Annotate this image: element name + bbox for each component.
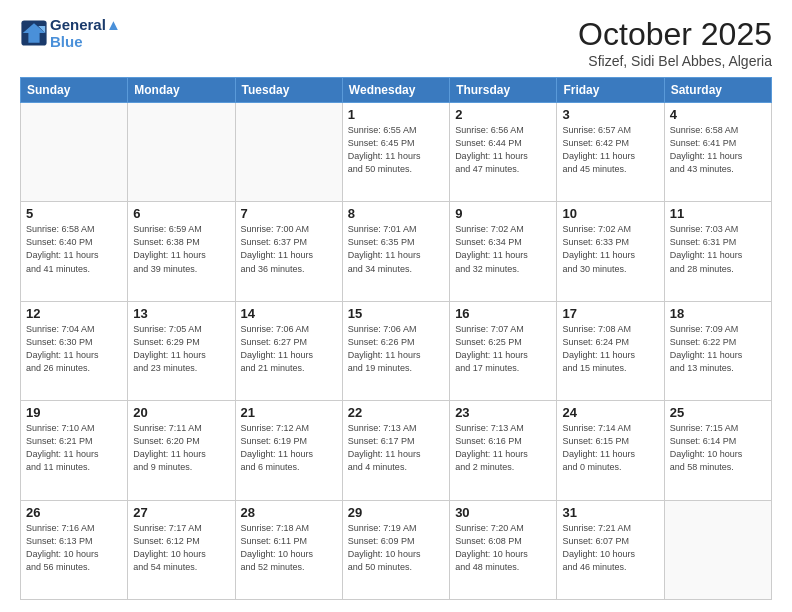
day-number: 11 <box>670 206 766 221</box>
day-number: 29 <box>348 505 444 520</box>
logo-text: General▲ Blue <box>50 16 121 50</box>
calendar-body: 1Sunrise: 6:55 AMSunset: 6:45 PMDaylight… <box>21 103 772 600</box>
day-cell: 9Sunrise: 7:02 AMSunset: 6:34 PMDaylight… <box>450 202 557 301</box>
day-number: 7 <box>241 206 337 221</box>
day-info: Sunrise: 7:11 AMSunset: 6:20 PMDaylight:… <box>133 422 229 474</box>
day-number: 13 <box>133 306 229 321</box>
calendar: SundayMondayTuesdayWednesdayThursdayFrid… <box>20 77 772 600</box>
day-info: Sunrise: 7:13 AMSunset: 6:16 PMDaylight:… <box>455 422 551 474</box>
day-number: 12 <box>26 306 122 321</box>
day-info: Sunrise: 6:55 AMSunset: 6:45 PMDaylight:… <box>348 124 444 176</box>
day-number: 16 <box>455 306 551 321</box>
day-cell <box>21 103 128 202</box>
day-number: 26 <box>26 505 122 520</box>
weekday-saturday: Saturday <box>664 78 771 103</box>
day-number: 4 <box>670 107 766 122</box>
day-cell: 30Sunrise: 7:20 AMSunset: 6:08 PMDayligh… <box>450 500 557 599</box>
day-number: 27 <box>133 505 229 520</box>
weekday-monday: Monday <box>128 78 235 103</box>
day-cell: 25Sunrise: 7:15 AMSunset: 6:14 PMDayligh… <box>664 401 771 500</box>
day-cell: 14Sunrise: 7:06 AMSunset: 6:27 PMDayligh… <box>235 301 342 400</box>
day-info: Sunrise: 6:59 AMSunset: 6:38 PMDaylight:… <box>133 223 229 275</box>
day-cell: 12Sunrise: 7:04 AMSunset: 6:30 PMDayligh… <box>21 301 128 400</box>
page: General▲ Blue October 2025 Sfizef, Sidi … <box>0 0 792 612</box>
day-number: 5 <box>26 206 122 221</box>
day-info: Sunrise: 7:03 AMSunset: 6:31 PMDaylight:… <box>670 223 766 275</box>
day-cell: 28Sunrise: 7:18 AMSunset: 6:11 PMDayligh… <box>235 500 342 599</box>
day-number: 9 <box>455 206 551 221</box>
day-cell <box>664 500 771 599</box>
weekday-sunday: Sunday <box>21 78 128 103</box>
day-number: 17 <box>562 306 658 321</box>
day-info: Sunrise: 7:14 AMSunset: 6:15 PMDaylight:… <box>562 422 658 474</box>
day-cell: 27Sunrise: 7:17 AMSunset: 6:12 PMDayligh… <box>128 500 235 599</box>
day-cell: 24Sunrise: 7:14 AMSunset: 6:15 PMDayligh… <box>557 401 664 500</box>
location: Sfizef, Sidi Bel Abbes, Algeria <box>578 53 772 69</box>
week-row-4: 26Sunrise: 7:16 AMSunset: 6:13 PMDayligh… <box>21 500 772 599</box>
day-number: 23 <box>455 405 551 420</box>
week-row-1: 5Sunrise: 6:58 AMSunset: 6:40 PMDaylight… <box>21 202 772 301</box>
day-number: 31 <box>562 505 658 520</box>
day-number: 19 <box>26 405 122 420</box>
day-number: 14 <box>241 306 337 321</box>
month-title: October 2025 <box>578 16 772 53</box>
day-cell: 19Sunrise: 7:10 AMSunset: 6:21 PMDayligh… <box>21 401 128 500</box>
day-cell: 16Sunrise: 7:07 AMSunset: 6:25 PMDayligh… <box>450 301 557 400</box>
day-number: 21 <box>241 405 337 420</box>
day-cell: 10Sunrise: 7:02 AMSunset: 6:33 PMDayligh… <box>557 202 664 301</box>
weekday-thursday: Thursday <box>450 78 557 103</box>
day-info: Sunrise: 7:13 AMSunset: 6:17 PMDaylight:… <box>348 422 444 474</box>
day-cell: 11Sunrise: 7:03 AMSunset: 6:31 PMDayligh… <box>664 202 771 301</box>
day-cell <box>128 103 235 202</box>
day-number: 24 <box>562 405 658 420</box>
day-info: Sunrise: 7:17 AMSunset: 6:12 PMDaylight:… <box>133 522 229 574</box>
day-info: Sunrise: 6:58 AMSunset: 6:40 PMDaylight:… <box>26 223 122 275</box>
weekday-header: SundayMondayTuesdayWednesdayThursdayFrid… <box>21 78 772 103</box>
day-cell: 15Sunrise: 7:06 AMSunset: 6:26 PMDayligh… <box>342 301 449 400</box>
day-info: Sunrise: 7:01 AMSunset: 6:35 PMDaylight:… <box>348 223 444 275</box>
day-info: Sunrise: 6:58 AMSunset: 6:41 PMDaylight:… <box>670 124 766 176</box>
day-number: 25 <box>670 405 766 420</box>
week-row-3: 19Sunrise: 7:10 AMSunset: 6:21 PMDayligh… <box>21 401 772 500</box>
header: General▲ Blue October 2025 Sfizef, Sidi … <box>20 16 772 69</box>
day-info: Sunrise: 7:06 AMSunset: 6:26 PMDaylight:… <box>348 323 444 375</box>
day-cell: 26Sunrise: 7:16 AMSunset: 6:13 PMDayligh… <box>21 500 128 599</box>
day-info: Sunrise: 7:12 AMSunset: 6:19 PMDaylight:… <box>241 422 337 474</box>
weekday-wednesday: Wednesday <box>342 78 449 103</box>
day-cell: 31Sunrise: 7:21 AMSunset: 6:07 PMDayligh… <box>557 500 664 599</box>
day-number: 1 <box>348 107 444 122</box>
day-info: Sunrise: 7:07 AMSunset: 6:25 PMDaylight:… <box>455 323 551 375</box>
day-info: Sunrise: 7:02 AMSunset: 6:34 PMDaylight:… <box>455 223 551 275</box>
logo-icon <box>20 19 48 47</box>
day-info: Sunrise: 6:57 AMSunset: 6:42 PMDaylight:… <box>562 124 658 176</box>
day-cell: 5Sunrise: 6:58 AMSunset: 6:40 PMDaylight… <box>21 202 128 301</box>
day-info: Sunrise: 7:00 AMSunset: 6:37 PMDaylight:… <box>241 223 337 275</box>
day-number: 28 <box>241 505 337 520</box>
day-number: 8 <box>348 206 444 221</box>
day-info: Sunrise: 7:15 AMSunset: 6:14 PMDaylight:… <box>670 422 766 474</box>
day-number: 18 <box>670 306 766 321</box>
day-info: Sunrise: 7:04 AMSunset: 6:30 PMDaylight:… <box>26 323 122 375</box>
day-info: Sunrise: 7:10 AMSunset: 6:21 PMDaylight:… <box>26 422 122 474</box>
day-info: Sunrise: 7:09 AMSunset: 6:22 PMDaylight:… <box>670 323 766 375</box>
day-number: 22 <box>348 405 444 420</box>
day-info: Sunrise: 6:56 AMSunset: 6:44 PMDaylight:… <box>455 124 551 176</box>
day-number: 2 <box>455 107 551 122</box>
day-cell: 3Sunrise: 6:57 AMSunset: 6:42 PMDaylight… <box>557 103 664 202</box>
week-row-0: 1Sunrise: 6:55 AMSunset: 6:45 PMDaylight… <box>21 103 772 202</box>
day-cell: 23Sunrise: 7:13 AMSunset: 6:16 PMDayligh… <box>450 401 557 500</box>
day-number: 30 <box>455 505 551 520</box>
day-cell: 20Sunrise: 7:11 AMSunset: 6:20 PMDayligh… <box>128 401 235 500</box>
day-cell: 21Sunrise: 7:12 AMSunset: 6:19 PMDayligh… <box>235 401 342 500</box>
weekday-tuesday: Tuesday <box>235 78 342 103</box>
day-cell: 17Sunrise: 7:08 AMSunset: 6:24 PMDayligh… <box>557 301 664 400</box>
day-info: Sunrise: 7:19 AMSunset: 6:09 PMDaylight:… <box>348 522 444 574</box>
day-info: Sunrise: 7:06 AMSunset: 6:27 PMDaylight:… <box>241 323 337 375</box>
day-cell: 2Sunrise: 6:56 AMSunset: 6:44 PMDaylight… <box>450 103 557 202</box>
day-number: 20 <box>133 405 229 420</box>
day-info: Sunrise: 7:21 AMSunset: 6:07 PMDaylight:… <box>562 522 658 574</box>
day-cell <box>235 103 342 202</box>
day-cell: 7Sunrise: 7:00 AMSunset: 6:37 PMDaylight… <box>235 202 342 301</box>
weekday-friday: Friday <box>557 78 664 103</box>
title-block: October 2025 Sfizef, Sidi Bel Abbes, Alg… <box>578 16 772 69</box>
